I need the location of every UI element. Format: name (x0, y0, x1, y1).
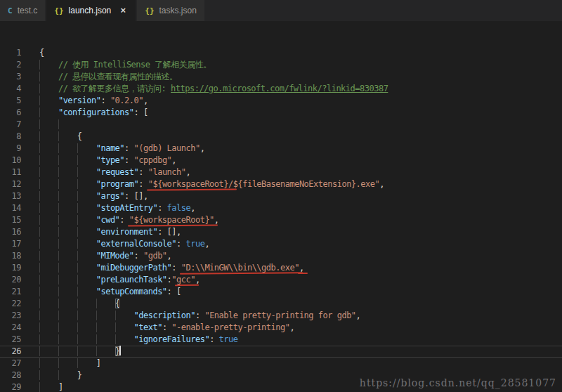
line-number[interactable]: 7 (0, 119, 21, 131)
line-number[interactable]: 27 (0, 358, 21, 370)
code-line[interactable]: 2 // 使用 IntelliSense 了解相关属性。 (0, 59, 562, 71)
line-number[interactable]: 18 (0, 250, 21, 262)
code-line[interactable]: 19 "miDebuggerPath": "D:\\MinGW\\bin\\gd… (0, 262, 562, 274)
code-token: "launch" (148, 167, 186, 177)
line-number[interactable]: 6 (0, 107, 21, 119)
line-content: } (39, 370, 82, 381)
code-line[interactable]: 9 "name": "(gdb) Launch", (0, 143, 562, 155)
tab-label: launch.json (69, 6, 112, 15)
code-line[interactable]: 12 "program": "${workspaceRoot}/${fileBa… (0, 178, 562, 190)
line-number[interactable]: 10 (0, 155, 21, 166)
line-number[interactable]: 5 (0, 95, 21, 107)
line-number[interactable]: 22 (0, 298, 21, 310)
code-line[interactable]: 10 "type": "cppdbg", (0, 155, 562, 166)
line-number[interactable]: 16 (0, 226, 21, 238)
line-number[interactable]: 1 (0, 47, 21, 59)
indent-guide (39, 299, 58, 308)
code-line[interactable]: 14 "stopAtEntry": false, (0, 202, 562, 214)
indent-guide (39, 155, 58, 165)
line-number[interactable]: 17 (0, 238, 21, 250)
indent-guide (77, 179, 96, 189)
line-number[interactable]: 8 (0, 131, 21, 143)
line-number[interactable]: 20 (0, 274, 21, 286)
indent-guide (58, 287, 77, 296)
line-number[interactable]: 4 (0, 83, 21, 95)
indent-guide (39, 60, 58, 70)
code-line[interactable]: 21 "setupCommands": [ (0, 286, 562, 298)
line-number[interactable]: 25 (0, 334, 21, 346)
indent-guide (58, 215, 77, 225)
code-line[interactable]: 7 (0, 119, 562, 131)
indent-guide (96, 346, 115, 356)
close-tab-icon[interactable]: × (118, 5, 128, 16)
line-number[interactable]: 28 (0, 370, 21, 381)
code-line[interactable]: 6 "configurations": [ (0, 107, 562, 119)
code-line[interactable]: 23 "description": "Enable pretty-printin… (0, 310, 562, 322)
code-token: "type" (96, 155, 124, 165)
indent-guide (39, 96, 58, 105)
line-number[interactable]: 15 (0, 214, 21, 226)
line-content: "name": "(gdb) Launch", (39, 143, 204, 155)
code-line[interactable]: 17 "externalConsole": true, (0, 238, 562, 250)
code-line[interactable]: 25 "ignoreFailures": true (0, 334, 562, 346)
indent-guide (58, 179, 77, 189)
code-line[interactable]: 13 "args": [], (0, 190, 562, 202)
tab-launch-json[interactable]: {} launch.json × (46, 0, 136, 21)
code-line[interactable]: 11 "request": "launch", (0, 166, 562, 178)
code-line[interactable]: 3 // 悬停以查看现有属性的描述。 (0, 71, 562, 83)
indent-guide (58, 334, 77, 344)
code-line[interactable]: 24 "text": "-enable-pretty-printing", (0, 322, 562, 334)
code-token: "program" (96, 179, 139, 189)
code-line[interactable]: 16 "environment": [], (0, 226, 562, 238)
indent-guide (115, 334, 134, 344)
code-token: { (115, 299, 120, 308)
tab-tasks-json[interactable]: {} tasks.json (137, 0, 204, 21)
indent-guide (58, 227, 77, 237)
code-line[interactable]: 20 "preLaunchTask":"gcc", (0, 274, 562, 286)
indent-guide (39, 251, 58, 261)
line-number[interactable]: 26 (0, 346, 21, 358)
line-number[interactable]: 12 (0, 178, 21, 190)
code-line[interactable]: 4 // 欲了解更多信息，请访问: https://go.microsoft.c… (0, 83, 562, 95)
code-token: "MIMode" (96, 251, 134, 261)
indent-guide (58, 167, 77, 177)
line-content: "environment": [], (39, 226, 181, 238)
line-number[interactable]: 24 (0, 322, 21, 334)
indent-guide (77, 263, 96, 273)
line-number[interactable]: 13 (0, 190, 21, 202)
code-token: : (157, 203, 166, 213)
code-token: "gdb" (143, 251, 167, 261)
indent-guide (58, 251, 77, 261)
line-number[interactable]: 21 (0, 286, 21, 298)
code-token: , (379, 179, 384, 189)
indent-guide (77, 203, 96, 213)
line-number[interactable]: 19 (0, 262, 21, 274)
code-line[interactable]: 1{ (0, 47, 562, 59)
indent-guide (39, 287, 58, 296)
code-line[interactable]: 26 } (0, 346, 562, 358)
code-line[interactable]: 22 { (0, 298, 562, 310)
indent-guide (39, 322, 58, 332)
indent-guide (77, 251, 96, 261)
code-token: "cppdbg" (134, 155, 172, 165)
line-number[interactable]: 29 (0, 381, 21, 392)
code-line[interactable]: 5 "version": "0.2.0", (0, 95, 562, 107)
line-number[interactable]: 2 (0, 59, 21, 71)
line-number[interactable]: 14 (0, 202, 21, 214)
line-number[interactable]: 3 (0, 71, 21, 83)
indent-guide (58, 299, 77, 308)
code-token: "${workspaceRoot}/ (148, 179, 233, 189)
code-line[interactable]: 27 ] (0, 358, 562, 370)
code-line[interactable]: 8 { (0, 131, 562, 143)
line-number[interactable]: 11 (0, 166, 21, 178)
link-url[interactable]: https://go.microsoft.com/fwlink/?linkid=… (171, 84, 388, 93)
line-content: "request": "launch", (39, 166, 190, 178)
line-content: "preLaunchTask":"gcc", (39, 274, 200, 286)
code-line[interactable]: 18 "MIMode": "gdb", (0, 250, 562, 262)
tab-test-c[interactable]: C test.c (0, 0, 45, 21)
line-number[interactable]: 23 (0, 310, 21, 322)
line-number[interactable]: 9 (0, 143, 21, 155)
code-line[interactable]: 15 "cwd": "${workspaceRoot}", (0, 214, 562, 226)
code-token: , (214, 215, 219, 225)
code-editor[interactable]: 1{2 // 使用 IntelliSense 了解相关属性。3 // 悬停以查看… (0, 21, 562, 392)
